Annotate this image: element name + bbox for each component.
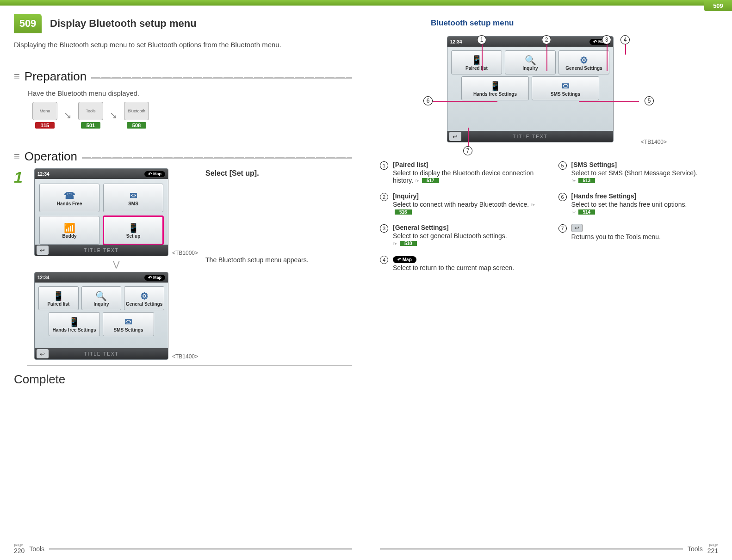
heading-rule xyxy=(91,77,352,79)
tile-buddy[interactable]: 📶Buddy xyxy=(39,216,99,245)
preparation-heading: ≡ Preparation xyxy=(14,69,352,84)
callout-descriptions: 1 [Paired list] Select to display the Bl… xyxy=(380,161,718,271)
tile-general-settings[interactable]: ⚙General Settings xyxy=(558,50,609,74)
callout-text: Select to set general Bluetooth settings… xyxy=(393,232,507,240)
tile-paired-list[interactable]: 📱Paired list xyxy=(451,50,502,74)
back-button[interactable]: ↩ xyxy=(37,349,49,358)
callout-marker-7: 7 xyxy=(463,146,472,155)
section-number-badge: 509 xyxy=(14,14,42,33)
callout-line xyxy=(579,101,639,102)
step-number: 1 xyxy=(14,168,27,360)
page-ref: 513 xyxy=(578,178,596,183)
callout-number-icon: 5 xyxy=(558,161,567,170)
callout-item-4: 4 ↶ Map Select to return to the current … xyxy=(380,255,540,271)
screen-header: 12:34 Map xyxy=(35,272,168,283)
callout-number-icon: 1 xyxy=(380,161,388,170)
tile-setup[interactable]: 📱Set up xyxy=(103,216,163,245)
pointer-icon: ☞ xyxy=(571,209,576,215)
operation-heading: ≡ Operation xyxy=(14,149,352,164)
step-text-column: Select [Set up]. The Bluetooth setup men… xyxy=(205,168,352,360)
screenshot-label: <TB1400> xyxy=(172,353,198,360)
diagram-label: <TB1400> xyxy=(641,139,667,145)
pointer-icon: ☞ xyxy=(531,202,535,208)
divider xyxy=(27,365,352,366)
screenshot-tb1000: 12:34 Map ☎Hands Free ✉SMS 📶Buddy 📱Set u… xyxy=(34,168,168,256)
callout-col-right: 5 [SMS Settings] Select to set SMS (Shor… xyxy=(558,161,719,271)
menu-path-item: Tools 501 xyxy=(78,102,103,129)
page-title: Display Bluetooth setup menu xyxy=(42,14,197,33)
preparation-instruction: Have the Bluetooth menu displayed. xyxy=(28,89,352,97)
pointer-icon: ☞ xyxy=(393,241,397,246)
callout-number-icon: 6 xyxy=(558,193,567,201)
chapter-label: Tools xyxy=(29,545,44,553)
operation-heading-text: Operation xyxy=(25,149,77,164)
back-button[interactable]: ↩ xyxy=(449,132,461,141)
callout-col-left: 1 [Paired list] Select to display the Bl… xyxy=(380,161,540,271)
callout-line xyxy=(468,128,469,147)
page-number: 220 xyxy=(14,547,25,554)
callout-title: [SMS Settings] xyxy=(571,161,617,168)
tile-hands-free-settings[interactable]: 📱Hands free Settings xyxy=(461,76,529,100)
tools-icon: Tools xyxy=(78,102,103,120)
section-number-tab: 509 xyxy=(704,0,732,11)
screenshot-tb1400: 12:34 Map 📱Paired list 🔍Inquiry ⚙General… xyxy=(34,272,168,360)
page-word: page xyxy=(707,543,718,547)
callout-item-6: 6 [Hands free Settings] Select to set th… xyxy=(558,192,719,215)
screen-footer: ↩ TITLE TEXT xyxy=(35,245,168,256)
step-row: 1 12:34 Map ☎Hands Free ✉SMS 📶Buddy 📱S xyxy=(14,168,352,360)
clock-text: 12:34 xyxy=(37,172,50,177)
callout-text: Select to display the Bluetooth device c… xyxy=(393,169,533,184)
callout-marker-6: 6 xyxy=(423,96,433,105)
screen-footer: ↩ TITLE TEXT xyxy=(35,348,168,359)
map-icon: ↶ Map xyxy=(393,256,416,263)
map-button[interactable]: Map xyxy=(144,275,165,281)
step-title: Select [Set up]. xyxy=(205,169,259,177)
callout-marker-2: 2 xyxy=(542,35,551,44)
tile-sms-settings[interactable]: ✉SMS Settings xyxy=(103,312,154,336)
tile-hands-free[interactable]: ☎Hands Free xyxy=(39,184,99,212)
back-button[interactable]: ↩ xyxy=(37,246,49,255)
preparation-heading-text: Preparation xyxy=(25,69,87,84)
tile-inquiry[interactable]: 🔍Inquiry xyxy=(81,286,122,310)
page-ref: 510 xyxy=(400,241,417,246)
callout-text: Select to return to the current map scre… xyxy=(393,264,540,271)
top-bar xyxy=(366,0,732,6)
callout-text: Select to connect with nearby Bluetooth … xyxy=(393,201,529,208)
menu-path: Menu 115 ↘ Tools 501 ↘ Bluetooth 508 xyxy=(32,102,352,129)
callout-title: [General Settings] xyxy=(393,224,449,231)
title-block: 509 Display Bluetooth setup menu xyxy=(14,14,352,33)
top-bar xyxy=(0,0,366,6)
tile-sms[interactable]: ✉SMS xyxy=(103,184,163,212)
callout-number-icon: 2 xyxy=(380,193,388,201)
callout-title: [Paired list] xyxy=(393,161,428,168)
callout-text: Select to set SMS (Short Message Service… xyxy=(571,169,698,177)
tile-sms-settings[interactable]: ✉SMS Settings xyxy=(532,76,599,100)
screen-footer: ↩ TITLE TEXT xyxy=(447,131,613,142)
callout-marker-5: 5 xyxy=(645,96,654,105)
clock-text: 12:34 xyxy=(37,275,50,280)
page-footer-right: Tools page 221 xyxy=(366,543,732,554)
tile-general-settings[interactable]: ⚙General Settings xyxy=(124,286,164,310)
diagram: 1 2 3 4 5 6 7 12:34 Map 📱Paired list xyxy=(426,36,648,142)
callout-marker-1: 1 xyxy=(477,35,486,44)
callout-number-icon: 4 xyxy=(380,256,388,264)
map-button[interactable]: Map xyxy=(144,171,165,177)
tile-paired-list[interactable]: 📱Paired list xyxy=(38,286,79,310)
tile-inquiry[interactable]: 🔍Inquiry xyxy=(505,50,556,74)
menu-path-item: Bluetooth 508 xyxy=(124,102,149,129)
footer-rule xyxy=(49,548,352,550)
step-result-text: The Bluetooth setup menu appears. xyxy=(205,256,352,264)
path-arrow-icon: ↘ xyxy=(64,110,72,121)
heading-rule xyxy=(82,157,352,159)
callout-line xyxy=(546,44,547,71)
pointer-icon: ☞ xyxy=(415,178,420,184)
page-footer-left: page 220 Tools xyxy=(0,543,366,554)
page-ref: 514 xyxy=(578,209,596,215)
callout-line xyxy=(625,44,626,55)
callout-line xyxy=(433,101,497,102)
tile-hands-free-settings[interactable]: 📱Hands free Settings xyxy=(49,312,100,336)
screenshot-label: <TB1000> xyxy=(172,250,198,256)
step-screens-column: 12:34 Map ☎Hands Free ✉SMS 📶Buddy 📱Set u… xyxy=(34,168,198,360)
callout-item-1: 1 [Paired list] Select to display the Bl… xyxy=(380,161,540,184)
bluetooth-icon: Bluetooth xyxy=(124,102,149,120)
